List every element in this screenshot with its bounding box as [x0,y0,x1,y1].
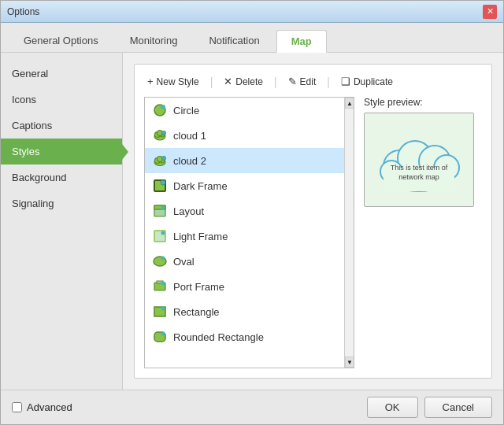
close-button[interactable]: ✕ [483,5,497,19]
list-item-label: cloud 2 [173,155,206,167]
sidebar-item-icons[interactable]: Icons [1,87,122,113]
tab-bar: General Options Monitoring Notification … [1,23,503,53]
options-window: Options ✕ General Options Monitoring Not… [0,0,504,425]
list-item-label: Oval [173,256,195,268]
list-item-selected[interactable]: cloud 2 [145,148,344,173]
tab-map[interactable]: Map [276,30,327,53]
main-content: General Icons Captions Styles Background… [1,53,503,390]
ok-button[interactable]: OK [367,397,418,418]
edit-button[interactable]: ✎ Edit [285,74,320,89]
circle-style-icon [153,103,167,117]
styles-panel: + New Style | ✕ Delete | ✎ Edit | [134,64,492,379]
footer-right: OK Cancel [367,397,492,418]
svg-point-23 [161,282,165,286]
port-frame-style-icon [153,279,167,294]
duplicate-button[interactable]: ❑ Duplicate [338,74,396,89]
edit-icon: ✎ [288,76,297,87]
sidebar-item-background[interactable]: Background [1,164,122,190]
svg-point-16 [161,206,165,210]
svg-point-18 [161,231,165,235]
list-item-label: Layout [173,205,204,217]
tab-monitoring[interactable]: Monitoring [115,29,193,52]
style-preview-area: Style preview: [364,97,482,368]
title-bar: Options ✕ [1,1,503,23]
plus-icon: + [147,76,154,87]
list-item-label: cloud 1 [173,130,206,142]
separator-3: | [327,76,330,88]
styles-list: Circle cloud 1 cloud 2 [145,98,344,368]
style-preview-box: This is test item of network map [364,113,474,207]
svg-point-1 [161,105,165,109]
advanced-label: Advanced [27,401,72,413]
toolbar: + New Style | ✕ Delete | ✎ Edit | [144,74,482,89]
svg-text:This is test item of: This is test item of [391,164,448,172]
svg-point-27 [161,332,165,336]
tab-notification[interactable]: Notification [194,29,274,52]
footer-left: Advanced [12,401,367,413]
cloud1-style-icon [153,128,167,142]
list-item[interactable]: Circle [145,98,344,123]
delete-label: Delete [235,76,263,87]
list-item[interactable]: Port Frame [145,274,344,299]
list-item-label: Port Frame [173,281,224,293]
new-style-label: New Style [157,76,199,87]
list-item[interactable]: Oval [145,249,344,274]
list-item[interactable]: Rounded Rectangle [145,324,344,349]
duplicate-label: Duplicate [354,76,393,87]
sidebar-item-styles[interactable]: Styles [1,139,122,164]
footer: Advanced OK Cancel [1,390,503,424]
rectangle-style-icon [153,305,167,319]
svg-point-25 [161,307,165,311]
list-item[interactable]: Dark Frame [145,173,344,198]
sidebar-item-captions[interactable]: Captions [1,113,122,139]
list-item[interactable]: cloud 1 [145,123,344,148]
svg-point-11 [162,157,166,161]
panel-body: Circle cloud 1 cloud 2 [144,97,482,368]
list-item-label: Circle [173,105,199,116]
styles-list-container: Circle cloud 1 cloud 2 [144,97,354,368]
style-preview-label: Style preview: [364,97,482,108]
sidebar-item-signaling[interactable]: Signaling [1,190,122,216]
duplicate-icon: ❑ [341,76,350,87]
list-item-label: Light Frame [173,231,228,242]
delete-button[interactable]: ✕ Delete [220,74,266,89]
cloud-preview-svg: This is test item of network map [372,120,466,199]
delete-icon: ✕ [224,76,232,87]
svg-point-6 [162,131,166,135]
separator-2: | [274,76,277,88]
list-item[interactable]: Rectangle [145,299,344,324]
cancel-button[interactable]: Cancel [424,397,492,418]
cloud2-style-icon [153,153,167,168]
oval-style-icon [153,254,167,268]
dark-frame-style-icon [153,179,167,193]
new-style-button[interactable]: + New Style [144,74,202,89]
svg-text:network map: network map [398,173,439,181]
sidebar-item-general[interactable]: General [1,61,122,87]
scroll-up-button[interactable]: ▲ [345,98,354,109]
content-area: + New Style | ✕ Delete | ✎ Edit | [123,53,503,390]
edit-label: Edit [300,76,317,87]
svg-point-13 [161,180,165,185]
sidebar: General Icons Captions Styles Background… [1,53,123,390]
scrollbar[interactable]: ▲ ▼ [344,98,354,368]
window-title: Options [7,6,483,17]
rounded-rectangle-style-icon [153,330,167,344]
light-frame-style-icon [153,229,167,243]
list-item-label: Rectangle [173,306,220,318]
separator-1: | [210,76,213,88]
list-item[interactable]: Light Frame [145,224,344,249]
list-item[interactable]: Layout [145,198,344,224]
list-item-label: Rounded Rectangle [173,331,264,343]
advanced-checkbox[interactable] [12,402,22,412]
list-item-label: Dark Frame [173,180,228,192]
tab-general-options[interactable]: General Options [9,29,113,52]
scroll-down-button[interactable]: ▼ [345,357,354,368]
layout-style-icon [153,204,167,218]
svg-point-20 [161,257,165,261]
